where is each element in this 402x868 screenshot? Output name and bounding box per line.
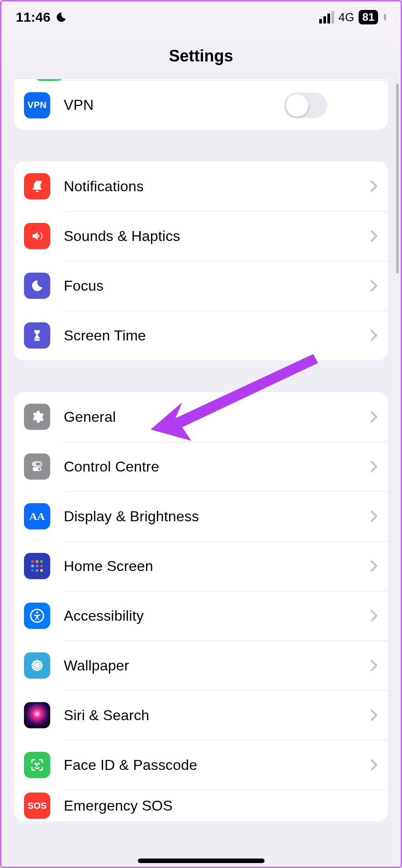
svg-rect-7 — [40, 560, 43, 563]
row-general[interactable]: General — [14, 392, 388, 442]
row-label: Focus — [64, 278, 365, 294]
sounds-icon — [24, 223, 50, 249]
network-type-label: 4G — [339, 10, 355, 24]
chevron-right-icon — [370, 329, 378, 342]
accessibility-icon — [24, 603, 50, 629]
svg-point-15 — [36, 612, 38, 614]
row-notifications[interactable]: Notifications — [14, 161, 388, 211]
focus-icon — [24, 273, 50, 299]
row-focus[interactable]: Focus — [14, 261, 388, 311]
battery-icon: 81 — [359, 10, 378, 24]
page-title: Settings — [1, 33, 401, 81]
chevron-right-icon — [370, 230, 378, 242]
svg-point-0 — [38, 181, 42, 184]
row-screen-time[interactable]: Screen Time — [14, 311, 388, 360]
notifications-icon — [24, 173, 50, 199]
settings-scroll-area[interactable]: VPN VPN Notifications Sounds & Hapti — [1, 79, 401, 867]
row-wallpaper[interactable]: Wallpaper — [14, 641, 388, 690]
row-home-screen[interactable]: Home Screen — [14, 541, 388, 591]
svg-point-26 — [39, 763, 39, 764]
do-not-disturb-icon — [55, 11, 67, 23]
wallpaper-icon — [24, 652, 50, 679]
row-label: Wallpaper — [64, 657, 365, 674]
scroll-indicator — [396, 84, 399, 274]
row-face-id-passcode[interactable]: Face ID & Passcode — [14, 740, 388, 790]
row-label: Control Centre — [64, 458, 365, 475]
battery-tip — [384, 14, 386, 20]
settings-group-network: VPN VPN — [14, 79, 388, 130]
chevron-right-icon — [370, 759, 378, 771]
svg-rect-5 — [31, 560, 34, 563]
chevron-right-icon — [370, 659, 378, 672]
chevron-right-icon — [370, 510, 378, 523]
face-id-icon — [24, 752, 50, 778]
status-left: 11:46 — [16, 9, 67, 25]
svg-rect-9 — [36, 565, 38, 567]
siri-icon — [24, 702, 50, 728]
home-indicator — [138, 859, 265, 863]
chevron-right-icon — [370, 410, 378, 423]
svg-point-4 — [38, 468, 41, 471]
row-vpn[interactable]: VPN VPN — [55, 80, 388, 130]
row-label: VPN — [64, 97, 284, 113]
vpn-icon: VPN — [24, 92, 50, 118]
control-centre-icon — [24, 453, 50, 480]
chevron-right-icon — [370, 609, 378, 622]
svg-rect-10 — [40, 565, 43, 567]
toggle-knob — [286, 94, 308, 117]
row-label: Accessibility — [64, 608, 365, 624]
home-screen-icon — [24, 553, 50, 579]
vpn-toggle[interactable] — [284, 93, 327, 118]
chevron-right-icon — [370, 279, 378, 292]
row-siri-search[interactable]: Siri & Search — [14, 690, 388, 740]
row-display-brightness[interactable]: AA Display & Brightness — [14, 491, 388, 541]
settings-group-general: General Control Centre AA Display & Brig… — [14, 392, 388, 821]
row-emergency-sos[interactable]: SOS Emergency SOS — [14, 790, 388, 821]
row-label: Face ID & Passcode — [64, 757, 365, 774]
svg-rect-8 — [31, 565, 34, 567]
row-control-centre[interactable]: Control Centre — [14, 442, 388, 491]
screen-time-icon — [24, 322, 50, 349]
svg-point-2 — [33, 463, 36, 466]
chevron-right-icon — [370, 180, 378, 193]
status-right: 4G 81 — [319, 10, 386, 24]
display-brightness-icon: AA — [24, 503, 50, 529]
svg-rect-11 — [31, 569, 34, 572]
chevron-right-icon — [370, 560, 378, 572]
settings-group-notifications: Notifications Sounds & Haptics Focus — [14, 161, 388, 360]
row-label: General — [64, 409, 365, 425]
svg-rect-6 — [36, 560, 38, 563]
row-label: Display & Brightness — [64, 508, 365, 525]
status-time: 11:46 — [16, 9, 51, 25]
chevron-right-icon — [370, 460, 378, 473]
svg-rect-13 — [40, 569, 43, 572]
row-label: Screen Time — [64, 327, 365, 344]
cellular-signal-icon — [319, 11, 334, 24]
sos-icon: SOS — [24, 793, 50, 819]
row-label: Notifications — [64, 178, 365, 195]
svg-point-25 — [35, 763, 35, 764]
row-label: Siri & Search — [64, 707, 365, 724]
chevron-right-icon — [370, 709, 378, 722]
row-label: Home Screen — [64, 558, 365, 575]
row-label: Sounds & Haptics — [64, 228, 365, 245]
row-label: Emergency SOS — [64, 797, 365, 814]
svg-rect-12 — [36, 569, 38, 572]
row-accessibility[interactable]: Accessibility — [14, 591, 388, 641]
general-icon — [24, 404, 50, 430]
row-sounds-haptics[interactable]: Sounds & Haptics — [14, 211, 388, 261]
status-bar: 11:46 4G 81 — [1, 1, 401, 33]
